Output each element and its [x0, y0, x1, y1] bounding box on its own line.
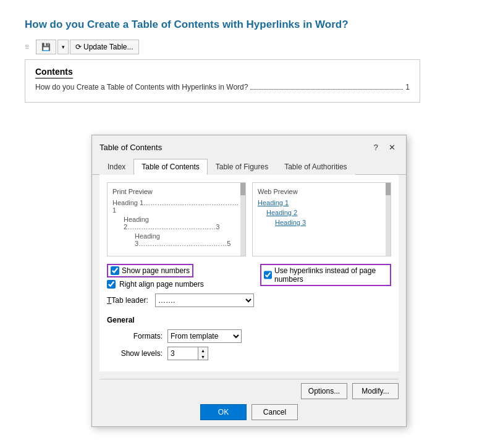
table-of-contents-dialog: Table of Contents ? ✕ Index Table of Con…: [91, 135, 407, 427]
dialog-body: Print Preview Heading 1……………………………………1 H…: [99, 175, 399, 371]
options-row: Show page numbers Right align page numbe…: [107, 264, 391, 307]
spinner-down-button[interactable]: ▼: [198, 353, 208, 360]
update-table-icon: ⟳: [75, 43, 82, 51]
options-button[interactable]: Options...: [301, 383, 347, 399]
web-preview-panel: Web Preview Heading 1 Heading 2 Heading …: [252, 182, 391, 256]
dialog-title-buttons: ? ✕: [369, 140, 399, 154]
scrollbar-thumb: [240, 183, 245, 195]
dot-leaders: [250, 89, 403, 90]
print-preview-scrollbar[interactable]: [240, 183, 245, 256]
toolbar-dropdown[interactable]: ▾: [57, 40, 69, 54]
toolbar-grip: ⠿: [25, 41, 35, 53]
web-h1[interactable]: Heading 1: [258, 199, 386, 206]
cancel-button[interactable]: Cancel: [252, 404, 298, 420]
show-page-numbers-label: Show page numbers: [122, 266, 190, 275]
tab-leader-select[interactable]: ……. (none) ------ ______: [155, 294, 254, 307]
show-levels-spinner: ▲ ▼: [167, 347, 208, 360]
web-preview-content: Heading 1 Heading 2 Heading 3: [258, 199, 386, 226]
general-title: General: [107, 316, 391, 324]
dialog-titlebar: Table of Contents ? ✕: [92, 135, 406, 158]
use-hyperlinks-row: Use hyperlinks instead of page numbers: [260, 264, 391, 286]
tab-index[interactable]: Index: [99, 159, 133, 175]
page-title: How do you Create a Table of Contents wi…: [25, 19, 457, 31]
formats-label: Formats:: [107, 332, 163, 340]
print-h1: Heading 1……………………………………1: [112, 199, 240, 214]
checkbox-section: Show page numbers Right align page numbe…: [107, 264, 254, 289]
save-icon: 💾: [41, 43, 51, 51]
use-hyperlinks-label: Use hyperlinks instead of page numbers: [274, 266, 387, 284]
general-section: General Formats: From template Classic D…: [107, 316, 391, 360]
right-options: Use hyperlinks instead of page numbers: [260, 264, 391, 307]
right-align-row: Right align page numbers: [107, 280, 254, 289]
tab-table-of-authorities[interactable]: Table of Authorities: [276, 159, 355, 175]
print-h2: Heading 2…………………………………3: [124, 216, 240, 230]
use-hyperlinks-highlight: Use hyperlinks instead of page numbers: [260, 264, 391, 286]
ok-button[interactable]: OK: [200, 404, 247, 420]
footer-row-1: Options... Modify...: [99, 379, 399, 404]
show-page-numbers-highlight: Show page numbers: [107, 264, 193, 277]
tab-leader-row: TTab leader: ……. (none) ------ ______: [107, 294, 254, 307]
print-h3: Heading 3…………………………………5: [135, 232, 240, 247]
spinner-buttons: ▲ ▼: [198, 347, 208, 360]
toc-entry: How do you Create a Table of Contents wi…: [35, 82, 410, 92]
spinner-up-button[interactable]: ▲: [198, 347, 208, 353]
web-preview-scrollbar[interactable]: [386, 183, 391, 256]
web-preview-label: Web Preview: [258, 188, 386, 195]
toolbar: ⠿ 💾 ▾ ⟳ Update Table...: [25, 40, 457, 54]
show-page-numbers-checkbox[interactable]: [111, 266, 119, 275]
toc-entry-text: How do you Create a Table of Contents wi…: [35, 83, 248, 91]
preview-row: Print Preview Heading 1……………………………………1 H…: [107, 182, 391, 256]
web-scrollbar-thumb: [386, 183, 391, 195]
right-align-label: Right align page numbers: [119, 280, 204, 289]
left-options: Show page numbers Right align page numbe…: [107, 264, 254, 307]
show-levels-input[interactable]: [167, 347, 198, 360]
footer-row-2: OK Cancel: [92, 404, 406, 426]
update-table-button[interactable]: ⟳ Update Table...: [70, 40, 139, 54]
formats-row: Formats: From template Classic Distincti…: [107, 329, 391, 343]
dialog-title: Table of Contents: [99, 143, 162, 152]
save-icon-btn[interactable]: 💾: [36, 40, 56, 54]
web-h3[interactable]: Heading 3: [275, 219, 386, 226]
show-levels-label: Show levels:: [107, 349, 163, 358]
use-hyperlinks-checkbox[interactable]: [264, 271, 272, 279]
modify-button[interactable]: Modify...: [352, 383, 399, 399]
doc-box: Contents How do you Create a Table of Co…: [25, 59, 420, 103]
right-align-checkbox[interactable]: [107, 280, 116, 289]
tab-leader-label: TTab leader:: [107, 296, 150, 305]
web-h2[interactable]: Heading 2: [266, 209, 386, 216]
tab-table-of-figures[interactable]: Table of Figures: [208, 159, 276, 175]
print-preview-label: Print Preview: [112, 188, 240, 195]
dropdown-arrow-icon: ▾: [62, 44, 65, 50]
print-preview-content: Heading 1……………………………………1 Heading 2…………………: [112, 199, 240, 247]
dialog-help-button[interactable]: ?: [369, 140, 383, 154]
tab-table-of-contents[interactable]: Table of Contents: [133, 159, 207, 175]
dialog-tabs: Index Table of Contents Table of Figures…: [92, 159, 406, 175]
print-preview-panel: Print Preview Heading 1……………………………………1 H…: [107, 182, 246, 256]
formats-select[interactable]: From template Classic Distinctive Fancy …: [167, 329, 242, 343]
toc-entry-page: 1: [405, 83, 410, 91]
doc-contents-title: Contents: [35, 67, 73, 78]
dialog-close-button[interactable]: ✕: [385, 140, 399, 154]
show-page-numbers-row: Show page numbers: [107, 264, 254, 277]
show-levels-row: Show levels: ▲ ▼: [107, 347, 391, 360]
